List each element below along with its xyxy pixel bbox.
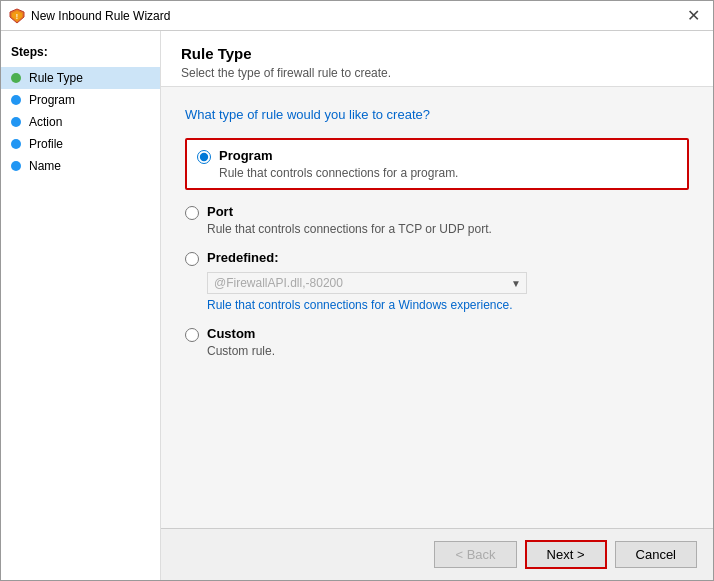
dot-action xyxy=(11,117,21,127)
window-icon: ! xyxy=(9,8,25,24)
option-custom-row: Custom xyxy=(185,326,689,342)
question-text: What type of rule would you like to crea… xyxy=(185,107,689,122)
sidebar-label-rule-type: Rule Type xyxy=(29,71,83,85)
window-title: New Inbound Rule Wizard xyxy=(31,9,681,23)
content-area: Steps: Rule Type Program Action Profile … xyxy=(1,31,713,580)
sidebar-item-profile[interactable]: Profile xyxy=(1,133,160,155)
radio-program[interactable] xyxy=(197,150,211,164)
page-title: Rule Type xyxy=(181,45,693,62)
sidebar-label-action: Action xyxy=(29,115,62,129)
option-custom: Custom Custom rule. xyxy=(185,326,689,358)
label-program[interactable]: Program xyxy=(219,148,272,163)
dot-rule-type xyxy=(11,73,21,83)
sidebar: Steps: Rule Type Program Action Profile … xyxy=(1,31,161,580)
svg-text:!: ! xyxy=(16,13,18,20)
dot-name xyxy=(11,161,21,171)
option-port-row: Port xyxy=(185,204,689,220)
dot-program xyxy=(11,95,21,105)
main-panel: Rule Type Select the type of firewall ru… xyxy=(161,31,713,580)
sidebar-label-profile: Profile xyxy=(29,137,63,151)
dot-profile xyxy=(11,139,21,149)
sidebar-label-program: Program xyxy=(29,93,75,107)
option-port: Port Rule that controls connections for … xyxy=(185,204,689,236)
main-header: Rule Type Select the type of firewall ru… xyxy=(161,31,713,87)
option-program-box: Program Rule that controls connections f… xyxy=(185,138,689,190)
radio-port[interactable] xyxy=(185,206,199,220)
sidebar-label-name: Name xyxy=(29,159,61,173)
footer: < Back Next > Cancel xyxy=(161,528,713,580)
page-subtitle: Select the type of firewall rule to crea… xyxy=(181,66,693,80)
close-button[interactable]: ✕ xyxy=(681,4,705,28)
back-button[interactable]: < Back xyxy=(434,541,516,568)
option-program-row: Program xyxy=(197,148,677,164)
sidebar-item-action[interactable]: Action xyxy=(1,111,160,133)
radio-custom[interactable] xyxy=(185,328,199,342)
desc-predefined: Rule that controls connections for a Win… xyxy=(207,298,689,312)
title-bar: ! New Inbound Rule Wizard ✕ xyxy=(1,1,713,31)
option-predefined: Predefined: @FirewallAPI.dll,-80200 Rule… xyxy=(185,250,689,312)
desc-custom: Custom rule. xyxy=(207,344,689,358)
predefined-select[interactable]: @FirewallAPI.dll,-80200 xyxy=(207,272,527,294)
wizard-window: ! New Inbound Rule Wizard ✕ Steps: Rule … xyxy=(0,0,714,581)
desc-program: Rule that controls connections for a pro… xyxy=(219,166,677,180)
label-port[interactable]: Port xyxy=(207,204,233,219)
label-predefined[interactable]: Predefined: xyxy=(207,250,279,265)
cancel-button[interactable]: Cancel xyxy=(615,541,697,568)
next-button[interactable]: Next > xyxy=(525,540,607,569)
desc-port: Rule that controls connections for a TCP… xyxy=(207,222,689,236)
predefined-select-wrapper: @FirewallAPI.dll,-80200 xyxy=(207,272,689,294)
radio-predefined[interactable] xyxy=(185,252,199,266)
option-predefined-row: Predefined: xyxy=(185,250,689,266)
sidebar-item-program[interactable]: Program xyxy=(1,89,160,111)
main-content: What type of rule would you like to crea… xyxy=(161,87,713,528)
sidebar-item-rule-type[interactable]: Rule Type xyxy=(1,67,160,89)
sidebar-steps-label: Steps: xyxy=(1,41,160,67)
option-group: Program Rule that controls connections f… xyxy=(185,138,689,358)
label-custom[interactable]: Custom xyxy=(207,326,255,341)
sidebar-item-name[interactable]: Name xyxy=(1,155,160,177)
desc-predefined-link: Rule that controls connections for a Win… xyxy=(207,298,513,312)
predefined-select-container: @FirewallAPI.dll,-80200 xyxy=(207,272,527,294)
